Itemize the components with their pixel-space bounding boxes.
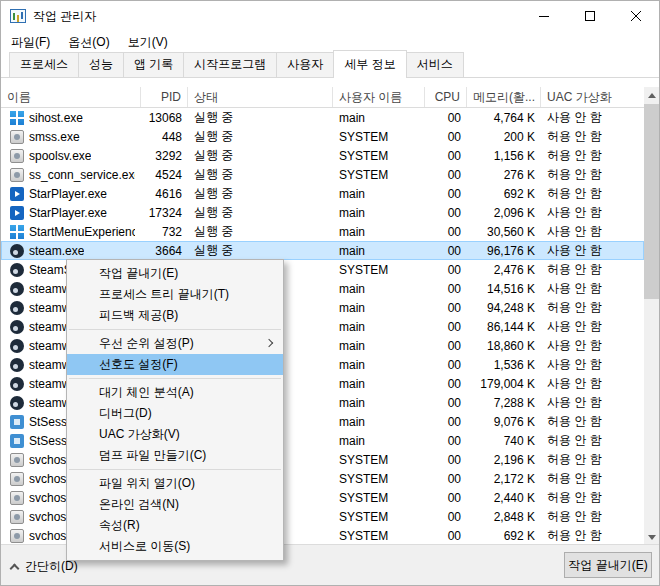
- context-menu-item-uac-virtualization[interactable]: UAC 가상화(V): [67, 424, 283, 445]
- cell-cpu: 00: [425, 415, 467, 429]
- process-row-4[interactable]: StarPlayer.exe4616실행 중main00692 K허용 안 함: [1, 184, 644, 203]
- cell-pid: 448: [141, 130, 188, 144]
- scroll-up-button[interactable]: [644, 87, 659, 104]
- cell-cpu: 00: [425, 111, 467, 125]
- cell-cpu: 00: [425, 396, 467, 410]
- column-header-uac[interactable]: UAC 가상화: [541, 87, 644, 107]
- cell-name: smss.exe: [1, 130, 141, 144]
- menu-separator: [69, 378, 281, 379]
- cell-pid: 13068: [141, 111, 188, 125]
- cell-memory: 4,764 K: [467, 111, 541, 125]
- cell-cpu: 00: [425, 149, 467, 163]
- context-menu-item-create-dump-file[interactable]: 덤프 파일 만들기(C): [67, 445, 283, 466]
- cell-memory: 740 K: [467, 434, 541, 448]
- context-menu-item-set-affinity[interactable]: 선호도 설정(F): [67, 354, 283, 375]
- cell-uac: 허용 안 함: [541, 261, 644, 278]
- process-name: svchost: [29, 472, 70, 486]
- process-name: StarPlayer.exe: [29, 187, 107, 201]
- tab-users[interactable]: 사용자: [276, 52, 334, 77]
- context-menu-item-end-process-tree[interactable]: 프로세스 트리 끝내기(T): [67, 284, 283, 305]
- cell-name: StartMenuExperienc...: [1, 225, 141, 239]
- cell-memory: 2,096 K: [467, 206, 541, 220]
- cell-user: SYSTEM: [333, 472, 425, 486]
- cell-memory: 276 K: [467, 168, 541, 182]
- process-name: steamw: [29, 377, 70, 391]
- tab-app-history[interactable]: 앱 기록: [123, 52, 184, 77]
- column-header-memory[interactable]: 메모리(활...: [467, 87, 541, 107]
- menubar-item-options[interactable]: 옵션(O): [59, 31, 118, 54]
- steam-process-icon: [10, 244, 24, 258]
- gear-process-icon: [10, 510, 24, 524]
- process-row-2[interactable]: spoolsv.exe3292실행 중SYSTEM001,156 K허용 안 함: [1, 146, 644, 165]
- process-row-1[interactable]: smss.exe448실행 중SYSTEM00200 K허용 안 함: [1, 127, 644, 146]
- cell-user: main: [333, 320, 425, 334]
- cell-cpu: 00: [425, 472, 467, 486]
- process-row-0[interactable]: sihost.exe13068실행 중main004,764 K사용 안 함: [1, 108, 644, 127]
- menubar-item-file[interactable]: 파일(F): [2, 31, 59, 54]
- cell-cpu: 00: [425, 301, 467, 315]
- column-header-name[interactable]: 이름: [1, 87, 141, 107]
- tab-services[interactable]: 서비스: [406, 52, 464, 77]
- process-row-6[interactable]: StartMenuExperienc...732실행 중main0030,560…: [1, 222, 644, 241]
- steam-process-icon: [10, 396, 24, 410]
- process-name: steam.exe: [29, 244, 84, 258]
- context-menu-item-set-priority[interactable]: 우선 순위 설정(P): [67, 333, 283, 354]
- cell-memory: 1,536 K: [467, 358, 541, 372]
- cell-pid: 4616: [141, 187, 188, 201]
- cell-cpu: 00: [425, 206, 467, 220]
- context-menu-item-provide-feedback[interactable]: 피드백 제공(B): [67, 305, 283, 326]
- cell-name: StarPlayer.exe: [1, 206, 141, 220]
- process-row-3[interactable]: ss_conn_service.exe4524실행 중SYSTEM00276 K…: [1, 165, 644, 184]
- cell-memory: 692 K: [467, 529, 541, 543]
- process-name: svchost: [29, 453, 70, 467]
- cell-uac: 허용 안 함: [541, 470, 644, 487]
- cell-uac: 사용 안 함: [541, 356, 644, 373]
- cell-uac: 허용 안 함: [541, 147, 644, 164]
- menubar: 파일(F)옵션(O)보기(V): [1, 31, 659, 53]
- cell-memory: 2,172 K: [467, 472, 541, 486]
- minimize-button[interactable]: [521, 1, 567, 31]
- cell-user: SYSTEM: [333, 491, 425, 505]
- process-name: steamw: [29, 358, 70, 372]
- process-row-7[interactable]: steam.exe3664실행 중main0096,176 K사용 안 함: [1, 241, 644, 260]
- cell-pid: 732: [141, 225, 188, 239]
- context-menu-item-debug[interactable]: 디버그(D): [67, 403, 283, 424]
- column-header-pid[interactable]: PID: [141, 87, 188, 107]
- cell-user: SYSTEM: [333, 529, 425, 543]
- tab-processes[interactable]: 프로세스: [9, 52, 79, 77]
- gear-process-icon: [10, 529, 24, 543]
- process-name: steamw: [29, 282, 70, 296]
- context-menu-item-analyze-wait-chain[interactable]: 대기 체인 분석(A): [67, 382, 283, 403]
- column-header-user[interactable]: 사용자 이름: [333, 87, 425, 107]
- scrollbar-thumb[interactable]: [644, 104, 659, 299]
- gear-process-icon: [10, 472, 24, 486]
- close-button[interactable]: [613, 1, 659, 31]
- tab-startup[interactable]: 시작프로그램: [183, 52, 277, 77]
- column-header-status[interactable]: 상태: [188, 87, 333, 107]
- window-controls: [521, 1, 659, 31]
- cell-name: steam.exe: [1, 244, 141, 258]
- process-name: steamw: [29, 320, 70, 334]
- process-name: StarPlayer.exe: [29, 206, 107, 220]
- menu-separator: [69, 469, 281, 470]
- end-task-button[interactable]: 작업 끝내기(E): [564, 552, 652, 578]
- cell-uac: 사용 안 함: [541, 109, 644, 126]
- context-menu-item-end-task[interactable]: 작업 끝내기(E): [67, 263, 283, 284]
- cell-memory: 1,156 K: [467, 149, 541, 163]
- process-row-5[interactable]: StarPlayer.exe17324실행 중main002,096 K사용 안…: [1, 203, 644, 222]
- cell-memory: 94,248 K: [467, 301, 541, 315]
- menubar-item-view[interactable]: 보기(V): [119, 31, 177, 54]
- tab-performance[interactable]: 성능: [78, 52, 124, 77]
- cell-cpu: 00: [425, 339, 467, 353]
- context-menu-item-open-file-location[interactable]: 파일 위치 열기(O): [67, 473, 283, 494]
- context-menu-item-search-online[interactable]: 온라인 검색(N): [67, 494, 283, 515]
- cell-user: SYSTEM: [333, 168, 425, 182]
- context-menu-item-go-to-services[interactable]: 서비스로 이동(S): [67, 536, 283, 557]
- cell-name: ss_conn_service.exe: [1, 168, 141, 182]
- cell-user: main: [333, 339, 425, 353]
- steam-process-icon: [10, 339, 24, 353]
- tab-details[interactable]: 세부 정보: [333, 50, 406, 78]
- maximize-button[interactable]: [567, 1, 613, 31]
- column-header-cpu[interactable]: CPU: [425, 87, 467, 107]
- context-menu-item-properties[interactable]: 속성(R): [67, 515, 283, 536]
